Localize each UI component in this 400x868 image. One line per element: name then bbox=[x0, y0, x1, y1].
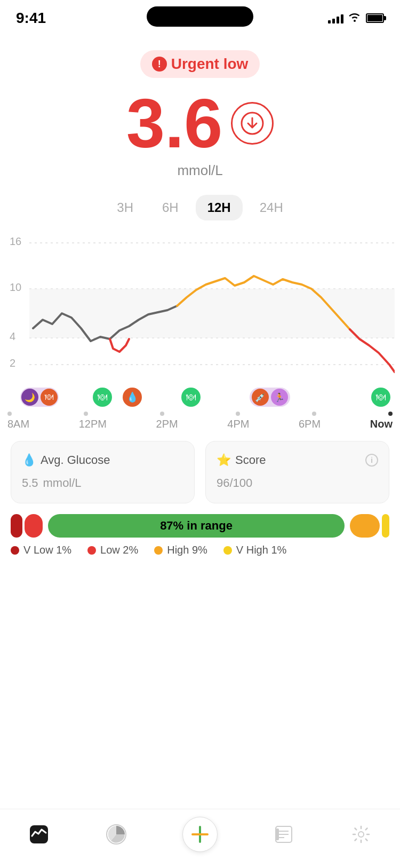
nav-logbook[interactable] bbox=[272, 823, 295, 846]
logbook-icon bbox=[272, 823, 295, 846]
in-range-bar: 87% in range bbox=[48, 514, 345, 538]
status-bar: 9:41 bbox=[0, 0, 400, 29]
range-bar: 87% in range bbox=[11, 514, 389, 538]
avg-glucose-label: Avg. Glucose bbox=[41, 453, 110, 467]
info-icon[interactable]: i bbox=[365, 454, 378, 467]
svg-rect-19 bbox=[276, 828, 279, 840]
insulin-exercise-event: 💉 🏃 bbox=[250, 388, 290, 407]
reports-icon bbox=[105, 823, 128, 846]
high-label: High 9% bbox=[167, 544, 207, 556]
food-event-1: 🍽 bbox=[93, 388, 112, 407]
insulin-event-1: 💧 bbox=[123, 388, 142, 407]
in-range-section: 87% in range V Low 1% Low 2% High 9% bbox=[0, 514, 400, 556]
legend-low: Low 2% bbox=[87, 544, 138, 556]
bottom-nav bbox=[0, 809, 400, 868]
nav-activity[interactable] bbox=[27, 823, 51, 846]
glucose-value: 3.6 bbox=[126, 89, 223, 158]
avg-glucose-card: 💧 Avg. Glucose 5.5 mmol/L bbox=[11, 441, 195, 503]
activity-icon bbox=[27, 823, 51, 846]
time-btn-3h[interactable]: 3H bbox=[105, 195, 145, 220]
low-dot bbox=[87, 546, 96, 555]
x-label-6pm: 6PM bbox=[299, 418, 321, 430]
glucose-chart: 16 10 4 2 bbox=[0, 233, 400, 385]
dynamic-island bbox=[147, 6, 253, 27]
add-button[interactable] bbox=[182, 817, 218, 852]
time-btn-24h[interactable]: 24H bbox=[248, 195, 295, 220]
avg-glucose-value: 5.5 mmol/L bbox=[22, 471, 183, 491]
score-label: Score bbox=[235, 453, 266, 467]
high-bar bbox=[350, 514, 380, 538]
v-high-label: V High 1% bbox=[236, 544, 287, 556]
high-dot bbox=[154, 546, 163, 555]
legend-high: High 9% bbox=[154, 544, 207, 556]
svg-text:16: 16 bbox=[10, 235, 21, 247]
nav-settings[interactable] bbox=[349, 823, 373, 846]
v-low-dot bbox=[11, 546, 19, 555]
svg-rect-10 bbox=[29, 289, 395, 338]
range-legend: V Low 1% Low 2% High 9% V High 1% bbox=[11, 544, 389, 556]
star-icon: ⭐ bbox=[217, 453, 231, 467]
timeline-events: 🌙 🍽 🍽 💧 🍽 💉 bbox=[0, 385, 400, 430]
low-indicators bbox=[11, 514, 43, 538]
battery-icon bbox=[366, 13, 384, 23]
status-time: 9:41 bbox=[16, 10, 46, 27]
high-indicators bbox=[350, 514, 389, 538]
time-btn-6h[interactable]: 6H bbox=[150, 195, 190, 220]
glucose-reading: 3.6 bbox=[126, 89, 274, 158]
droplet-icon: 💧 bbox=[22, 453, 36, 467]
score-card: ⭐ Score i 96/100 bbox=[205, 441, 389, 503]
nav-add[interactable] bbox=[182, 817, 218, 852]
low-label: Low 2% bbox=[100, 544, 138, 556]
alert-icon: ! bbox=[152, 57, 167, 72]
v-high-dot bbox=[223, 546, 232, 555]
score-value: 96/100 bbox=[217, 471, 378, 491]
x-label-2pm: 2PM bbox=[156, 418, 178, 430]
x-label-8am: 8AM bbox=[7, 418, 29, 430]
svg-point-20 bbox=[358, 832, 364, 837]
legend-v-high: V High 1% bbox=[223, 544, 287, 556]
urgent-label: Urgent low bbox=[171, 56, 249, 73]
food-event-now: 🍽 bbox=[371, 388, 390, 407]
urgent-badge: ! Urgent low bbox=[140, 50, 260, 78]
x-label-12pm: 12PM bbox=[79, 418, 107, 430]
trend-arrow-down bbox=[231, 102, 274, 145]
food-event-2: 🍽 bbox=[181, 388, 201, 407]
settings-icon bbox=[349, 823, 373, 846]
signal-icon bbox=[328, 13, 343, 23]
x-axis-labels: 8AM 12PM 2PM 4PM 6PM Now bbox=[5, 418, 395, 430]
v-low-bar bbox=[11, 514, 22, 538]
svg-text:2: 2 bbox=[10, 357, 15, 369]
status-icons bbox=[328, 12, 384, 25]
timeline-dots bbox=[5, 412, 395, 416]
chart-svg: 16 10 4 2 bbox=[5, 233, 395, 383]
v-low-label: V Low 1% bbox=[23, 544, 71, 556]
stats-row: 💧 Avg. Glucose 5.5 mmol/L ⭐ Score i 96/1… bbox=[0, 430, 400, 514]
time-range-selector: 3H 6H 12H 24H bbox=[105, 195, 294, 220]
in-range-label: 87% in range bbox=[160, 519, 233, 533]
v-high-bar bbox=[382, 514, 389, 538]
main-content: ! Urgent low 3.6 mmol/L 3H 6H 12H 24H 16 bbox=[0, 29, 400, 631]
svg-text:10: 10 bbox=[10, 281, 21, 293]
time-btn-12h[interactable]: 12H bbox=[196, 195, 243, 220]
glucose-unit: mmol/L bbox=[177, 162, 222, 179]
nav-reports[interactable] bbox=[105, 823, 128, 846]
legend-v-low: V Low 1% bbox=[11, 544, 71, 556]
x-label-4pm: 4PM bbox=[227, 418, 249, 430]
wifi-icon bbox=[349, 12, 361, 25]
svg-text:4: 4 bbox=[10, 330, 15, 342]
sleep-event: 🌙 🍽 bbox=[20, 388, 59, 407]
x-label-now: Now bbox=[370, 418, 393, 430]
low-bar bbox=[25, 514, 43, 538]
